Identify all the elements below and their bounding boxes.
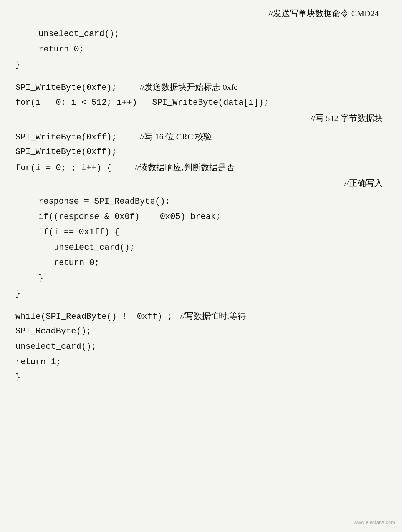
code-line: } bbox=[15, 271, 387, 287]
code-line: //正确写入 bbox=[15, 176, 387, 191]
code-line: } bbox=[15, 287, 387, 302]
code-line: response = SPI_ReadByte(); bbox=[15, 194, 387, 210]
comment-text: //正确写入 bbox=[344, 176, 383, 191]
code-text: return 1; bbox=[15, 355, 61, 370]
header-comment: //发送写单块数据命令 CMD24 bbox=[15, 8, 387, 19]
code-text: unselect_card(); bbox=[38, 27, 119, 42]
code-text: SPI_ReadByte(); bbox=[15, 324, 91, 339]
code-line: return 0; bbox=[15, 256, 387, 271]
code-line: SPI_ReadByte(); bbox=[15, 324, 387, 340]
comment-text: //写 512 字节数据块 bbox=[311, 111, 383, 126]
code-line: SPI_WriteByte(0xff); bbox=[15, 145, 387, 160]
code-text: SPI_WriteByte(0xfe); bbox=[15, 81, 117, 96]
code-line: return 0; bbox=[15, 42, 387, 58]
code-line: } bbox=[15, 58, 387, 73]
code-line: if((response & 0x0f) == 0x05) break; bbox=[15, 210, 387, 225]
code-line: for(i = 0; ; i++) { //读数据响应,判断数据是否 bbox=[15, 160, 387, 176]
code-line: unselect_card(); bbox=[15, 27, 387, 42]
code-line: SPI_WriteByte(0xfe); //发送数据块开始标志 0xfe bbox=[15, 80, 387, 96]
comment-text: //写 16 位 CRC 校验 bbox=[117, 129, 212, 144]
code-text: } bbox=[15, 58, 20, 73]
comment-text: //写数据忙时,等待 bbox=[172, 309, 246, 324]
comment-text: //读数据响应,判断数据是否 bbox=[112, 160, 235, 175]
code-line: return 1; bbox=[15, 355, 387, 370]
code-text: SPI_WriteByte(0xff); bbox=[15, 145, 117, 160]
code-text: if(i == 0x1ff) { bbox=[38, 225, 119, 240]
code-text: if((response & 0x0f) == 0x05) break; bbox=[38, 210, 221, 225]
code-line: for(i = 0; i < 512; i++) SPI_WriteByte(d… bbox=[15, 96, 387, 111]
code-text: response = SPI_ReadByte(); bbox=[38, 194, 170, 209]
code-line: unselect_card(); bbox=[15, 240, 387, 256]
code-line: if(i == 0x1ff) { bbox=[15, 225, 387, 240]
code-text: } bbox=[15, 287, 20, 302]
code-text: return 0; bbox=[38, 42, 84, 57]
code-line: //写 512 字节数据块 bbox=[15, 111, 387, 126]
code-text: unselect_card(); bbox=[15, 340, 96, 355]
code-line: unselect_card(); bbox=[15, 340, 387, 355]
code-text: unselect_card(); bbox=[54, 240, 135, 255]
code-line: while(SPI_ReadByte() != 0xff) ; //写数据忙时,… bbox=[15, 309, 387, 325]
code-text: for(i = 0; ; i++) { bbox=[15, 161, 112, 176]
code-text: } bbox=[15, 370, 20, 385]
watermark: www.elecfans.com bbox=[354, 519, 395, 525]
code-line: } bbox=[15, 370, 387, 386]
comment-text: //发送数据块开始标志 0xfe bbox=[117, 80, 238, 95]
code-block: unselect_card(); return 0; } SPI_WriteBy… bbox=[15, 23, 387, 386]
code-text: return 0; bbox=[54, 256, 99, 271]
page-container: //发送写单块数据命令 CMD24 unselect_card(); retur… bbox=[0, 0, 402, 532]
code-text: for(i = 0; i < 512; i++) SPI_WriteByte(d… bbox=[15, 96, 269, 111]
code-text: } bbox=[38, 271, 43, 286]
code-text: while(SPI_ReadByte() != 0xff) ; bbox=[15, 310, 172, 325]
code-line: SPI_WriteByte(0xff); //写 16 位 CRC 校验 bbox=[15, 129, 387, 145]
code-text: SPI_WriteByte(0xff); bbox=[15, 130, 117, 145]
